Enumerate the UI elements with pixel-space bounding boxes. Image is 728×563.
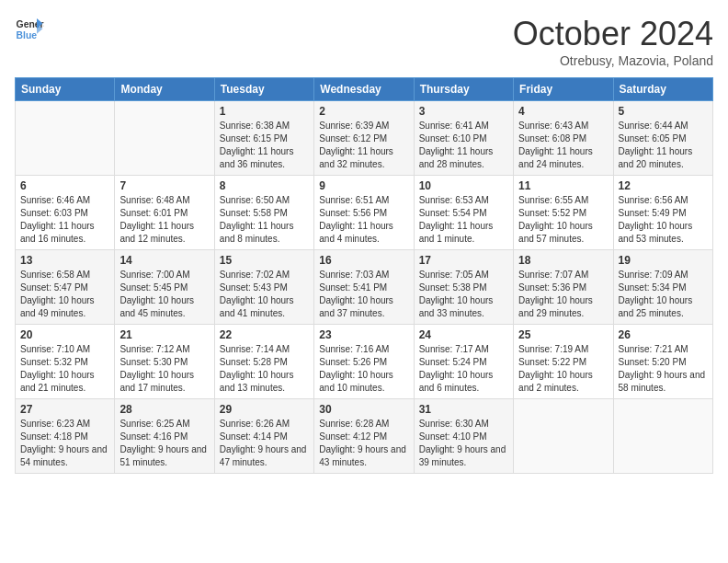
day-info: Sunrise: 6:51 AM Sunset: 5:56 PM Dayligh… bbox=[319, 194, 408, 246]
calendar-week-row: 27Sunrise: 6:23 AM Sunset: 4:18 PM Dayli… bbox=[16, 399, 713, 474]
calendar-cell: 21Sunrise: 7:12 AM Sunset: 5:30 PM Dayli… bbox=[115, 325, 214, 399]
calendar-cell bbox=[514, 399, 613, 474]
calendar-cell: 5Sunrise: 6:44 AM Sunset: 6:05 PM Daylig… bbox=[613, 101, 712, 176]
day-number: 26 bbox=[619, 328, 708, 341]
calendar-cell: 9Sunrise: 6:51 AM Sunset: 5:56 PM Daylig… bbox=[314, 176, 414, 250]
calendar-week-row: 6Sunrise: 6:46 AM Sunset: 6:03 PM Daylig… bbox=[16, 176, 713, 250]
header-day-saturday: Saturday bbox=[613, 78, 712, 101]
day-info: Sunrise: 7:03 AM Sunset: 5:41 PM Dayligh… bbox=[319, 269, 408, 320]
day-info: Sunrise: 7:07 AM Sunset: 5:36 PM Dayligh… bbox=[518, 269, 608, 320]
calendar-cell: 24Sunrise: 7:17 AM Sunset: 5:24 PM Dayli… bbox=[414, 325, 513, 399]
day-number: 25 bbox=[518, 328, 608, 341]
day-number: 20 bbox=[20, 328, 109, 341]
day-info: Sunrise: 7:16 AM Sunset: 5:26 PM Dayligh… bbox=[319, 343, 408, 395]
calendar-week-row: 20Sunrise: 7:10 AM Sunset: 5:32 PM Dayli… bbox=[16, 325, 713, 399]
day-info: Sunrise: 7:21 AM Sunset: 5:20 PM Dayligh… bbox=[619, 343, 708, 395]
day-number: 8 bbox=[220, 179, 309, 192]
calendar-header-row: SundayMondayTuesdayWednesdayThursdayFrid… bbox=[16, 78, 713, 101]
calendar-cell: 23Sunrise: 7:16 AM Sunset: 5:26 PM Dayli… bbox=[314, 325, 414, 399]
calendar-cell: 8Sunrise: 6:50 AM Sunset: 5:58 PM Daylig… bbox=[214, 176, 313, 250]
header-day-thursday: Thursday bbox=[414, 78, 513, 101]
logo: General Blue bbox=[15, 15, 44, 44]
day-number: 17 bbox=[419, 254, 508, 267]
calendar-cell: 22Sunrise: 7:14 AM Sunset: 5:28 PM Dayli… bbox=[214, 325, 313, 399]
day-info: Sunrise: 6:28 AM Sunset: 4:12 PM Dayligh… bbox=[319, 418, 408, 469]
calendar-cell: 31Sunrise: 6:30 AM Sunset: 4:10 PM Dayli… bbox=[414, 399, 513, 474]
day-number: 9 bbox=[319, 179, 408, 192]
calendar-cell: 6Sunrise: 6:46 AM Sunset: 6:03 PM Daylig… bbox=[16, 176, 115, 250]
day-info: Sunrise: 6:39 AM Sunset: 6:12 PM Dayligh… bbox=[319, 120, 408, 171]
day-number: 24 bbox=[419, 328, 508, 341]
calendar-cell: 3Sunrise: 6:41 AM Sunset: 6:10 PM Daylig… bbox=[414, 101, 513, 176]
calendar-cell bbox=[16, 101, 115, 176]
day-info: Sunrise: 6:41 AM Sunset: 6:10 PM Dayligh… bbox=[419, 120, 508, 171]
calendar-cell: 29Sunrise: 6:26 AM Sunset: 4:14 PM Dayli… bbox=[214, 399, 313, 474]
day-info: Sunrise: 6:44 AM Sunset: 6:05 PM Dayligh… bbox=[619, 120, 708, 171]
day-number: 4 bbox=[518, 105, 608, 118]
calendar-cell: 4Sunrise: 6:43 AM Sunset: 6:08 PM Daylig… bbox=[514, 101, 613, 176]
day-info: Sunrise: 6:46 AM Sunset: 6:03 PM Dayligh… bbox=[20, 194, 109, 246]
calendar-cell: 17Sunrise: 7:05 AM Sunset: 5:38 PM Dayli… bbox=[414, 250, 513, 325]
day-info: Sunrise: 7:19 AM Sunset: 5:22 PM Dayligh… bbox=[518, 343, 608, 395]
day-info: Sunrise: 7:17 AM Sunset: 5:24 PM Dayligh… bbox=[419, 343, 508, 395]
calendar-cell: 10Sunrise: 6:53 AM Sunset: 5:54 PM Dayli… bbox=[414, 176, 513, 250]
calendar-cell bbox=[115, 101, 214, 176]
day-number: 15 bbox=[220, 254, 309, 267]
day-number: 27 bbox=[20, 403, 109, 416]
page-header: General Blue October 2024 Otrebusy, Mazo… bbox=[15, 15, 713, 68]
day-info: Sunrise: 7:10 AM Sunset: 5:32 PM Dayligh… bbox=[20, 343, 109, 395]
calendar-week-row: 1Sunrise: 6:38 AM Sunset: 6:15 PM Daylig… bbox=[16, 101, 713, 176]
day-info: Sunrise: 6:48 AM Sunset: 6:01 PM Dayligh… bbox=[119, 194, 209, 246]
day-info: Sunrise: 6:50 AM Sunset: 5:58 PM Dayligh… bbox=[220, 194, 309, 246]
day-number: 23 bbox=[319, 328, 408, 341]
day-info: Sunrise: 7:05 AM Sunset: 5:38 PM Dayligh… bbox=[419, 269, 508, 320]
calendar-cell: 27Sunrise: 6:23 AM Sunset: 4:18 PM Dayli… bbox=[16, 399, 115, 474]
calendar-cell bbox=[613, 399, 712, 474]
month-title: October 2024 bbox=[513, 15, 713, 53]
day-number: 13 bbox=[20, 254, 109, 267]
day-number: 16 bbox=[319, 254, 408, 267]
day-info: Sunrise: 6:30 AM Sunset: 4:10 PM Dayligh… bbox=[419, 418, 508, 469]
day-number: 22 bbox=[220, 328, 309, 341]
logo-icon: General Blue bbox=[15, 15, 44, 44]
calendar-cell: 25Sunrise: 7:19 AM Sunset: 5:22 PM Dayli… bbox=[514, 325, 613, 399]
day-info: Sunrise: 6:26 AM Sunset: 4:14 PM Dayligh… bbox=[220, 418, 309, 469]
calendar-cell: 14Sunrise: 7:00 AM Sunset: 5:45 PM Dayli… bbox=[115, 250, 214, 325]
day-number: 31 bbox=[419, 403, 508, 416]
day-info: Sunrise: 7:09 AM Sunset: 5:34 PM Dayligh… bbox=[619, 269, 708, 320]
calendar-cell: 20Sunrise: 7:10 AM Sunset: 5:32 PM Dayli… bbox=[16, 325, 115, 399]
calendar-cell: 7Sunrise: 6:48 AM Sunset: 6:01 PM Daylig… bbox=[115, 176, 214, 250]
calendar-cell: 28Sunrise: 6:25 AM Sunset: 4:16 PM Dayli… bbox=[115, 399, 214, 474]
header-day-friday: Friday bbox=[514, 78, 613, 101]
calendar-cell: 16Sunrise: 7:03 AM Sunset: 5:41 PM Dayli… bbox=[314, 250, 414, 325]
calendar-cell: 26Sunrise: 7:21 AM Sunset: 5:20 PM Dayli… bbox=[613, 325, 712, 399]
day-info: Sunrise: 6:58 AM Sunset: 5:47 PM Dayligh… bbox=[20, 269, 109, 320]
calendar-cell: 18Sunrise: 7:07 AM Sunset: 5:36 PM Dayli… bbox=[514, 250, 613, 325]
day-number: 10 bbox=[419, 179, 508, 192]
day-info: Sunrise: 7:02 AM Sunset: 5:43 PM Dayligh… bbox=[220, 269, 309, 320]
calendar-table: SundayMondayTuesdayWednesdayThursdayFrid… bbox=[15, 77, 713, 474]
svg-text:Blue: Blue bbox=[17, 30, 38, 40]
day-info: Sunrise: 7:14 AM Sunset: 5:28 PM Dayligh… bbox=[220, 343, 309, 395]
calendar-cell: 12Sunrise: 6:56 AM Sunset: 5:49 PM Dayli… bbox=[613, 176, 712, 250]
day-number: 29 bbox=[220, 403, 309, 416]
day-number: 3 bbox=[419, 105, 508, 118]
day-number: 5 bbox=[619, 105, 708, 118]
calendar-cell: 2Sunrise: 6:39 AM Sunset: 6:12 PM Daylig… bbox=[314, 101, 414, 176]
location: Otrebusy, Mazovia, Poland bbox=[513, 53, 713, 68]
day-number: 11 bbox=[518, 179, 608, 192]
day-info: Sunrise: 7:12 AM Sunset: 5:30 PM Dayligh… bbox=[119, 343, 209, 395]
day-number: 6 bbox=[20, 179, 109, 192]
day-info: Sunrise: 6:25 AM Sunset: 4:16 PM Dayligh… bbox=[119, 418, 209, 469]
calendar-cell: 30Sunrise: 6:28 AM Sunset: 4:12 PM Dayli… bbox=[314, 399, 414, 474]
day-info: Sunrise: 6:56 AM Sunset: 5:49 PM Dayligh… bbox=[619, 194, 708, 246]
calendar-cell: 11Sunrise: 6:55 AM Sunset: 5:52 PM Dayli… bbox=[514, 176, 613, 250]
day-number: 12 bbox=[619, 179, 708, 192]
header-day-wednesday: Wednesday bbox=[314, 78, 414, 101]
day-number: 2 bbox=[319, 105, 408, 118]
calendar-cell: 13Sunrise: 6:58 AM Sunset: 5:47 PM Dayli… bbox=[16, 250, 115, 325]
day-number: 28 bbox=[119, 403, 209, 416]
day-number: 18 bbox=[518, 254, 608, 267]
day-info: Sunrise: 6:43 AM Sunset: 6:08 PM Dayligh… bbox=[518, 120, 608, 171]
calendar-cell: 15Sunrise: 7:02 AM Sunset: 5:43 PM Dayli… bbox=[214, 250, 313, 325]
